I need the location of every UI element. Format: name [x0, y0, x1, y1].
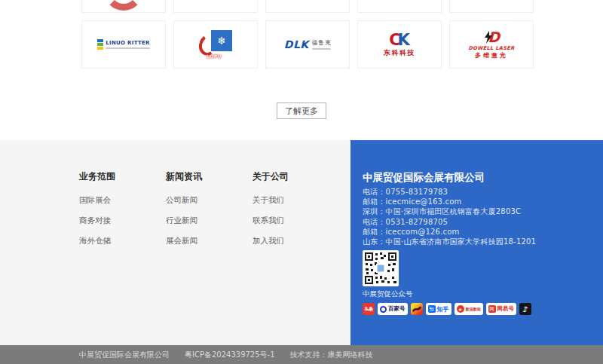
footer-link-about-us[interactable]: 关于我们	[253, 195, 299, 206]
footer-column-title: 新闻资讯	[166, 170, 213, 183]
qr-code-caption: 中展贸促公众号	[363, 289, 589, 299]
footer-column-news: 新闻资讯 公司新闻 行业新闻 展会新闻	[166, 170, 213, 345]
partner-logo-card[interactable]	[357, 0, 442, 13]
footer-link-business-matching[interactable]: 商务对接	[79, 216, 126, 226]
partner-logo-card-dongke[interactable]: C K 东科科技	[357, 20, 442, 69]
wechat-qr-code	[363, 250, 399, 286]
company-info-line-phone-sd: 电话：0531-82798705	[363, 217, 589, 227]
footer-column-title: 关于公司	[253, 170, 299, 183]
learn-more-button[interactable]: 了解更多	[277, 102, 326, 119]
company-info-line-email-sz: 邮箱：icecmice@163.com	[363, 197, 589, 206]
partner-logo-card[interactable]	[449, 0, 534, 13]
partial-red-ring-logo	[104, 0, 143, 11]
dongke-chinese-name: 东科科技	[384, 50, 415, 57]
toutiao-icon[interactable]: 头条	[363, 303, 375, 315]
dongke-logo: C K 东科科技	[384, 32, 415, 57]
footer-column-about: 关于公司 关于我们 联系我们 加入我们	[253, 170, 299, 345]
lopu-snowflake-icon: ❄	[211, 30, 232, 51]
dowell-laser-logo: D DOWELL LASER 多维激光	[468, 30, 514, 59]
baijiahao-ring-icon	[380, 306, 387, 313]
tech-support-text: 技术支持：康美网络科技	[290, 350, 373, 360]
company-name: 中展贸促国际会展有限公司	[363, 170, 589, 184]
company-info-panel: 中展贸促国际会展有限公司 电话：0755-83179783 邮箱：icecmic…	[350, 140, 603, 345]
linuo-ritter-logo: LINUO RITTER	[97, 39, 149, 50]
partner-logo-card[interactable]	[81, 0, 166, 13]
footer-link-contact-us[interactable]: 联系我们	[253, 216, 299, 226]
dlk-logo: DLK 德鲁克	[284, 38, 331, 50]
partner-logo-card-dlk[interactable]: DLK 德鲁克	[265, 20, 350, 69]
partner-logo-card[interactable]	[173, 0, 258, 13]
dlk-wordmark: DLK	[284, 38, 309, 50]
douyin-icon[interactable]: ♪	[519, 303, 531, 315]
linuo-ritter-wordmark: LINUO RITTER	[106, 40, 149, 46]
lightning-bolt-icon	[483, 31, 493, 44]
copyright-company: 中展贸促国际会展有限公司	[79, 350, 170, 360]
copyright-bar: 中展贸促国际会展有限公司 粤ICP备2024339725号-1 技术支持：康美网…	[0, 345, 603, 364]
netease-hao-icon[interactable]: 网 网易号	[486, 303, 517, 315]
footer-link-industry-news[interactable]: 行业新闻	[166, 216, 213, 226]
dongke-ck-monogram-icon: C K	[389, 32, 410, 48]
site-footer: 业务范围 国际展会 商务对接 海外仓储 新闻资讯 公司新闻 行业新闻 展会新闻 …	[0, 140, 603, 345]
footer-link-exhibition-news[interactable]: 展会新闻	[166, 236, 213, 246]
footer-column-business: 业务范围 国际展会 商务对接 海外仓储	[79, 170, 126, 345]
footer-link-company-news[interactable]: 公司新闻	[166, 195, 213, 206]
company-info-line-address-sz: 深圳：中国·深圳市福田区杭钢富春大厦2803C	[363, 206, 589, 216]
partner-logo-card-lopu[interactable]: ❄ LOPU	[173, 20, 258, 69]
dlk-tagline-bar	[312, 48, 332, 50]
company-info-line-address-sd: 山东：中国·山东省济南市国家大学科技园18-1201	[363, 237, 589, 246]
footer-column-title: 业务范围	[79, 170, 126, 183]
baijiahao-icon[interactable]: 百家号	[378, 303, 408, 315]
company-info-line-email-sd: 邮箱：iceccom@126.com	[363, 227, 589, 237]
partner-logo-card[interactable]	[265, 0, 350, 13]
lopu-logo: ❄ LOPU	[199, 30, 232, 59]
social-media-row: 头条 百家号 知 知乎 ★ 新浪新闻 网 网易号 ♪	[363, 303, 589, 315]
partner-logo-card-dowell-laser[interactable]: D DOWELL LASER 多维激光	[449, 20, 534, 69]
zhihu-icon[interactable]: 知 知乎	[426, 303, 451, 315]
footer-link-join-us[interactable]: 加入我们	[253, 236, 299, 246]
footer-link-overseas-warehouse[interactable]: 海外仓储	[79, 236, 126, 246]
sohu-icon[interactable]	[411, 303, 423, 315]
footer-link-international-exhibition[interactable]: 国际展会	[79, 195, 126, 206]
dlk-chinese-name: 德鲁克	[312, 39, 332, 47]
linuo-tagline-bar	[106, 47, 149, 49]
partner-logo-grid: LINUO RITTER ❄ LOPU DLK 德鲁克	[81, 0, 537, 69]
company-info-line-phone-sz: 电话：0755-83179783	[363, 187, 589, 197]
partner-logo-section: LINUO RITTER ❄ LOPU DLK 德鲁克	[0, 0, 603, 140]
dowell-chinese-name: 多维激光	[475, 53, 508, 59]
footer-link-columns: 业务范围 国际展会 商务对接 海外仓储 新闻资讯 公司新闻 行业新闻 展会新闻 …	[0, 140, 350, 345]
lopu-wordmark: LOPU	[207, 54, 222, 59]
linuo-color-bars-icon	[97, 39, 103, 50]
partner-logo-card-linuo-ritter[interactable]: LINUO RITTER	[81, 20, 166, 69]
dowell-wordmark: DOWELL LASER	[468, 46, 514, 51]
icp-record-link[interactable]: 粤ICP备2024339725号-1	[185, 350, 275, 360]
sina-news-icon[interactable]: ★ 新浪新闻	[455, 303, 483, 315]
